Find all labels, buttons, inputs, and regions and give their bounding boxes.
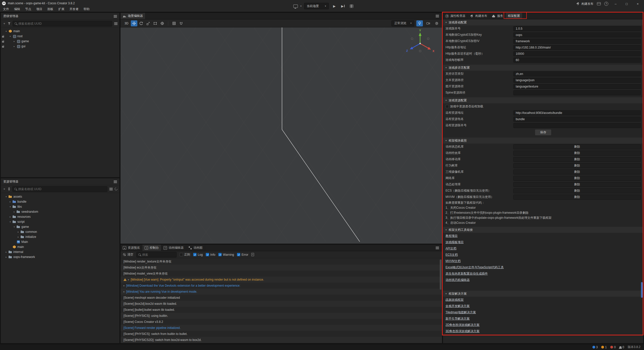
log-filter-checkbox[interactable]: Log <box>193 253 203 256</box>
tree-row[interactable]: ▸ common <box>1 229 119 234</box>
config-value-input[interactable] <box>513 45 641 50</box>
console-search-input[interactable] <box>142 253 175 256</box>
config-value-input[interactable] <box>513 84 641 89</box>
tree-caret-icon[interactable]: ▸ <box>17 231 20 233</box>
clear-console-button[interactable]: 清空 <box>123 252 133 257</box>
tree-row[interactable]: ▸ bundle <box>1 199 119 204</box>
tree-caret-icon[interactable]: ▾ <box>9 206 12 208</box>
config-value-input[interactable] <box>513 117 641 122</box>
doc-link[interactable]: ECS文档 <box>443 252 643 258</box>
scene-viewport[interactable]: Y X Z <box>120 27 442 244</box>
scrollbar-thumb[interactable] <box>641 282 643 298</box>
section-header[interactable]: ▾ 框架解决方案 <box>443 291 643 297</box>
panel-menu-icon[interactable] <box>436 15 439 17</box>
add-asset-icon[interactable]: + <box>3 187 6 191</box>
mode-3d-toggle[interactable]: 3D <box>123 21 130 26</box>
regex-checkbox[interactable]: 正则 <box>180 252 190 257</box>
scrollbar-thumb[interactable] <box>440 259 441 290</box>
gizmo-neg-z-dot[interactable] <box>427 38 429 40</box>
preview-scene-select[interactable]: 当前场景 ▾ <box>304 3 329 9</box>
section-header[interactable]: ▾ 框架文档工具链接 <box>443 227 643 233</box>
delete-module-button[interactable]: 删除 <box>513 195 641 200</box>
orientation-gizmo[interactable]: Y X Z <box>404 29 437 57</box>
gizmo-neg-y-dot[interactable] <box>419 50 421 52</box>
tree-row[interactable]: main <box>1 244 119 249</box>
menu-item[interactable]: 项目 <box>34 7 45 11</box>
remote-load-checkbox[interactable]: 游戏中资源是否远程加载 <box>446 104 483 109</box>
tree-caret-icon[interactable]: ▸ <box>9 201 12 203</box>
doc-link[interactable]: MVVM文档 <box>443 258 643 264</box>
config-value-input[interactable] <box>513 123 641 128</box>
tree-row[interactable]: Main <box>1 239 119 244</box>
tree-row[interactable]: ▾ libs <box>1 204 119 209</box>
config-value-input[interactable] <box>513 78 641 83</box>
console-tab[interactable]: 动画编辑器 <box>161 245 186 251</box>
assets-search-input[interactable] <box>18 187 105 191</box>
log-row[interactable]: ▸ [Window] You are running Vue in develo… <box>120 289 442 295</box>
console-scrollbar[interactable] <box>439 258 442 343</box>
config-value-input[interactable] <box>513 71 641 76</box>
panel-menu-icon[interactable] <box>436 247 439 249</box>
tree-caret-icon[interactable]: ▾ <box>13 226 16 228</box>
tree-caret-icon[interactable]: ▸ <box>17 236 20 238</box>
step-button[interactable]: ▶ <box>340 3 346 9</box>
tree-row[interactable]: ▸ gui <box>1 44 119 49</box>
gizmo-z-label[interactable]: Z <box>406 49 408 52</box>
section-header[interactable]: ▾ 游戏多语言配置 <box>443 65 643 71</box>
log-filter-checkbox[interactable]: Warning <box>218 253 234 256</box>
config-value-input[interactable] <box>513 90 641 95</box>
log-filter-checkbox[interactable]: Info <box>206 253 215 256</box>
config-value-input[interactable] <box>513 58 641 63</box>
maximize-button[interactable]: □ <box>623 1 630 7</box>
tree-caret-icon[interactable]: ▸ <box>5 256 8 258</box>
tree-row[interactable]: ▾ script <box>1 219 119 224</box>
log-row[interactable]: ▸ [Window] model_view文件夹存在 <box>120 271 442 277</box>
tree-row[interactable]: ▸ internal <box>1 249 119 254</box>
delete-module-button[interactable]: 删除 <box>513 144 641 149</box>
config-value-input[interactable] <box>513 110 641 115</box>
inspector-tab[interactable]: 服务 <box>490 13 506 19</box>
menu-item[interactable]: 节点 <box>23 7 34 11</box>
delete-module-button[interactable]: 删除 <box>513 169 641 174</box>
delete-module-button[interactable]: 删除 <box>513 182 641 187</box>
inspector-tab[interactable]: 框架配置 <box>506 13 522 19</box>
log-filter-checkbox[interactable]: Error <box>237 253 248 256</box>
doc-link[interactable]: 动画状态机编辑器 <box>443 277 643 283</box>
tree-row[interactable]: ▸ game <box>1 39 119 44</box>
tab-scene-editor[interactable]: 场景编辑器 <box>120 13 145 19</box>
solution-link[interactable]: Tiledmap地图解决方案 <box>443 309 643 316</box>
camera-settings-button[interactable] <box>425 20 431 26</box>
package-icon[interactable] <box>597 2 601 5</box>
tree-row[interactable]: ▸ seedrandom <box>1 209 119 214</box>
close-button[interactable]: × <box>634 1 641 7</box>
tree-caret-icon[interactable]: ▾ <box>9 221 12 223</box>
inspector-scrollbar[interactable] <box>641 19 643 343</box>
rotate-tool-button[interactable] <box>138 20 144 26</box>
log-row[interactable]: ▸ [Scene] [box2d]:box2d wasm lib loaded. <box>120 301 442 307</box>
panel-menu-icon[interactable] <box>114 15 117 18</box>
tree-caret-icon[interactable]: ▾ <box>9 35 12 37</box>
build-publish-button[interactable]: 构建发布 <box>576 2 593 6</box>
log-row[interactable]: ▸ [Scene] [PHYSICS]: switch from builtin… <box>120 331 442 337</box>
inspector-tab[interactable]: 属性检查器 <box>443 13 468 19</box>
sort-icon[interactable] <box>8 187 10 191</box>
doc-link[interactable]: API文档 <box>443 245 643 252</box>
refresh-icon[interactable] <box>114 187 118 191</box>
config-value-input[interactable] <box>513 39 641 44</box>
delete-module-button[interactable]: 删除 <box>513 163 641 168</box>
info-count-badge[interactable]: 3 <box>592 345 598 349</box>
config-value-input[interactable] <box>513 26 641 31</box>
log-row[interactable]: ▸ [Scene] [bullet]:bullet wasm lib loade… <box>120 307 442 313</box>
section-header[interactable]: ▾ 框架模块裁剪 <box>443 138 643 144</box>
collapse-logs-icon[interactable] <box>251 253 254 256</box>
solution-link[interactable]: 战旗游戏框架 <box>443 297 643 303</box>
console-tab[interactable]: 资源预览 <box>120 245 142 251</box>
hierarchy-search-input[interactable] <box>18 22 110 25</box>
log-row[interactable]: ▸ [Scene] Forward render pipeline initia… <box>120 325 442 331</box>
console-tab[interactable]: 控制台 <box>142 245 161 251</box>
log-row[interactable]: ▸ [Scene] [PHYSICS2D]: switch from box2d… <box>120 337 442 343</box>
tree-caret-icon[interactable]: ▾ <box>5 196 8 198</box>
tree-row[interactable]: ▾ game <box>1 224 119 229</box>
menu-item[interactable]: 开发者 <box>67 7 81 11</box>
tree-row[interactable]: ▸ resources <box>1 214 119 219</box>
